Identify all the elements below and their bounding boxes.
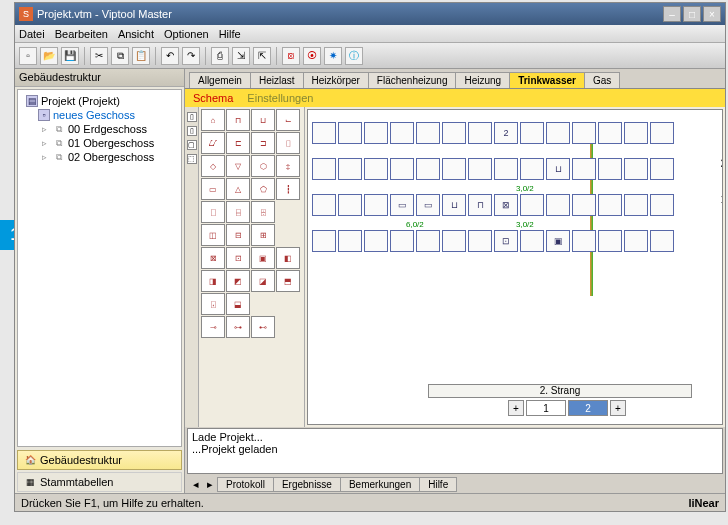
slot[interactable]: [650, 194, 674, 216]
fixture-icon[interactable]: ▣: [251, 247, 275, 269]
slot[interactable]: [338, 122, 362, 144]
tb-info-icon[interactable]: ⓘ: [345, 47, 363, 65]
tab-flaechenheizung[interactable]: Flächenheizung: [368, 72, 457, 88]
menu-ansicht[interactable]: Ansicht: [118, 28, 154, 40]
slot[interactable]: [624, 194, 648, 216]
fixture-icon[interactable]: ⊞: [251, 224, 275, 246]
rail-btn-3[interactable]: ▢: [187, 140, 197, 150]
slot[interactable]: [520, 158, 544, 180]
slot[interactable]: [598, 230, 622, 252]
slot[interactable]: [546, 194, 570, 216]
slot[interactable]: [520, 122, 544, 144]
slot[interactable]: [598, 122, 622, 144]
tb-cut-icon[interactable]: ✂: [90, 47, 108, 65]
fixture-icon[interactable]: ‡: [276, 155, 300, 177]
tb-new-icon[interactable]: ▫: [19, 47, 37, 65]
tree-item-og2[interactable]: ▹ ⧉ 02 Obergeschoss: [22, 150, 177, 164]
slot[interactable]: [624, 122, 648, 144]
menu-datei[interactable]: Datei: [19, 28, 45, 40]
slot[interactable]: [338, 194, 362, 216]
fixture-icon[interactable]: ◧: [276, 247, 300, 269]
strang-value-2[interactable]: 2: [568, 400, 608, 416]
slot[interactable]: [416, 230, 440, 252]
slot[interactable]: [572, 194, 596, 216]
tree-item-neues-geschoss[interactable]: ▫ neues Geschoss: [22, 108, 177, 122]
fixture-icon[interactable]: ⊡: [226, 247, 250, 269]
tb-paste-icon[interactable]: 📋: [132, 47, 150, 65]
slot[interactable]: [364, 194, 388, 216]
slot[interactable]: [364, 230, 388, 252]
btab-protokoll[interactable]: Protokoll: [217, 477, 274, 492]
maximize-button[interactable]: □: [683, 6, 701, 22]
fixture-icon[interactable]: ⊔: [251, 109, 275, 131]
strang-prev-button[interactable]: +: [508, 400, 524, 416]
slot[interactable]: [572, 158, 596, 180]
slot[interactable]: [338, 158, 362, 180]
fixture-icon[interactable]: ⎕: [201, 201, 225, 223]
slot[interactable]: ⊠: [494, 194, 518, 216]
slot[interactable]: [650, 122, 674, 144]
menu-optionen[interactable]: Optionen: [164, 28, 209, 40]
slot[interactable]: ▭: [416, 194, 440, 216]
strang-next-button[interactable]: +: [610, 400, 626, 416]
fixture-icon[interactable]: ⬒: [276, 270, 300, 292]
slot[interactable]: [468, 230, 492, 252]
fixture-icon[interactable]: ⊏: [226, 132, 250, 154]
fixture-icon[interactable]: ⊸: [201, 316, 225, 338]
fixture-icon[interactable]: ⊶: [226, 316, 250, 338]
fixture-icon[interactable]: ⊷: [251, 316, 275, 338]
fixture-icon[interactable]: ⊐: [251, 132, 275, 154]
expand-icon[interactable]: ▹: [38, 137, 50, 149]
tree-item-og1[interactable]: ▹ ⧉ 01 Obergeschoss: [22, 136, 177, 150]
tab-allgemein[interactable]: Allgemein: [189, 72, 251, 88]
slot[interactable]: 2: [494, 122, 518, 144]
fixture-icon[interactable]: ⌙: [276, 109, 300, 131]
slot[interactable]: ⊔: [546, 158, 570, 180]
tb-open-icon[interactable]: 📂: [40, 47, 58, 65]
slot[interactable]: [312, 158, 336, 180]
rail-btn-2[interactable]: ▯: [187, 126, 197, 136]
slot[interactable]: [338, 230, 362, 252]
slot[interactable]: [598, 194, 622, 216]
slot[interactable]: [442, 158, 466, 180]
fixture-icon[interactable]: ⬠: [251, 178, 275, 200]
expand-icon[interactable]: ▹: [38, 123, 50, 135]
slot[interactable]: [312, 122, 336, 144]
nav-gebaeudestruktur[interactable]: 🏠 Gebäudestruktur: [17, 450, 182, 470]
slot[interactable]: [364, 122, 388, 144]
strang-value-1[interactable]: 1: [526, 400, 566, 416]
slot[interactable]: [624, 158, 648, 180]
btab-scroll-left[interactable]: ◂: [189, 478, 203, 491]
slot[interactable]: [494, 158, 518, 180]
slot[interactable]: [442, 230, 466, 252]
tb-warn-icon[interactable]: ⦿: [303, 47, 321, 65]
menu-hilfe[interactable]: Hilfe: [219, 28, 241, 40]
close-button[interactable]: ×: [703, 6, 721, 22]
btab-ergebnisse[interactable]: Ergebnisse: [273, 477, 341, 492]
tb-save-icon[interactable]: 💾: [61, 47, 79, 65]
slot[interactable]: [572, 230, 596, 252]
tree-root[interactable]: ▤ Projekt (Projekt): [22, 94, 177, 108]
slot[interactable]: [390, 230, 414, 252]
schema-canvas[interactable]: 2 ⊔ 2 3,0/2 ▭▭⊔⊓⊠ 1 6,0/2 3,0/2 ⊡▣: [307, 109, 723, 425]
fixture-icon[interactable]: ⌰: [201, 132, 225, 154]
tb-import-icon[interactable]: ⇱: [253, 47, 271, 65]
slot[interactable]: [312, 230, 336, 252]
tb-redo-icon[interactable]: ↷: [182, 47, 200, 65]
slot[interactable]: [520, 230, 544, 252]
slot[interactable]: ▭: [390, 194, 414, 216]
slot[interactable]: ⊡: [494, 230, 518, 252]
slot[interactable]: [364, 158, 388, 180]
fixture-icon[interactable]: ◫: [201, 224, 225, 246]
tab-trinkwasser[interactable]: Trinkwasser: [509, 72, 585, 88]
tab-heizlast[interactable]: Heizlast: [250, 72, 304, 88]
tb-copy-icon[interactable]: ⧉: [111, 47, 129, 65]
tb-gear-icon[interactable]: ✷: [324, 47, 342, 65]
minimize-button[interactable]: –: [663, 6, 681, 22]
rail-btn-4[interactable]: ⬚: [187, 154, 197, 164]
slot[interactable]: [442, 122, 466, 144]
tb-export-icon[interactable]: ⇲: [232, 47, 250, 65]
btab-hilfe[interactable]: Hilfe: [419, 477, 457, 492]
slot[interactable]: [572, 122, 596, 144]
fixture-icon[interactable]: ⌂: [201, 109, 225, 131]
